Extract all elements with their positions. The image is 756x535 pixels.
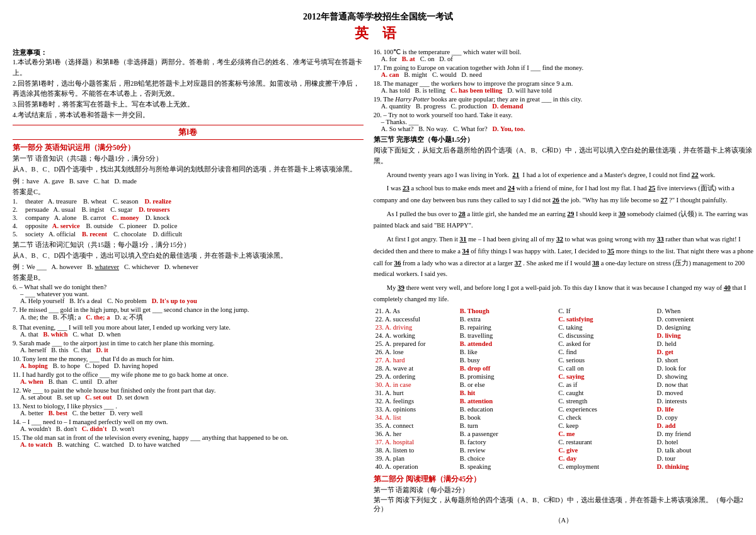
page: 2012年普通高等学校招生全国统一考试 英 语 注意事项： 1.本试卷分第Ⅰ卷（… bbox=[0, 0, 756, 531]
notice-item-2: 2.回答第Ⅰ卷时，选出每小题答案后，用2B铅笔把答题卡上对应题目的答案标号涂黑。… bbox=[13, 79, 364, 100]
para5: My 39 there went very well, and before l… bbox=[374, 282, 753, 305]
exam-title: 2012年普通高等学校招生全国统一考试 bbox=[13, 11, 743, 23]
section2-title: 第二节 语法和词汇知识（共15题；每小题1分，满分15分） bbox=[13, 241, 364, 250]
section3-header: 第三节 完形填空（每小题1.5分） bbox=[374, 135, 753, 144]
q5: 5. society A. official B. recent C. choc… bbox=[13, 231, 364, 238]
section2-instruction: 从A、B、C、D四个选项中，选出可以填入空白处的最佳选项，并在答题卡上将该项涂黑… bbox=[13, 251, 364, 262]
part2-sub1: 第一节 语篇阅读（每小题2分） bbox=[374, 486, 753, 495]
right-column: 16. 100℃ is the temperature ___ which wa… bbox=[374, 48, 753, 525]
juan1-divider: 第Ⅰ卷 bbox=[13, 125, 364, 140]
notice-item-1: 1.本试卷分第Ⅰ卷（选择题）和第Ⅱ卷（非选择题）两部分。答卷前，考生必须将自己的… bbox=[13, 57, 364, 79]
part2-sub2: 第一节 阅读下列短文，从每题所给的四个选项（A、B、C和D）中，选出最佳选项，并… bbox=[374, 496, 753, 514]
q19: 19. The Harry Potter books are quite pop… bbox=[374, 96, 753, 110]
q13: 13. Next to biology, I like physics ___ … bbox=[13, 403, 364, 417]
q16: 16. 100℃ is the temperature ___ which wa… bbox=[374, 48, 753, 62]
section2-example: 例：We ___ A. however B. whatever C. which… bbox=[13, 263, 364, 272]
part1-header: 第一部分 英语知识运用（满分50分） bbox=[13, 143, 364, 152]
notice-title: 注意事项： bbox=[13, 48, 364, 57]
part2-header: 第二部分 阅读理解（满分45分） bbox=[374, 475, 753, 484]
q14: 14. – I ___ need to – I managed perfectl… bbox=[13, 418, 364, 432]
answers-table: 21. A. As B. Though C. If D. When 22. A.… bbox=[374, 307, 753, 471]
para3: As I pulled the bus over to 28 a little … bbox=[374, 208, 753, 231]
q7: 7. He missed ___ gold in the high jump, … bbox=[13, 306, 364, 322]
q3: 3. company A. alone B. carrot C. money D… bbox=[13, 214, 364, 221]
q2: 2. persuade A. usual B. ingist C. sugar … bbox=[13, 206, 364, 213]
q9: 9. Sarah made ___ to the airport just in… bbox=[13, 340, 364, 354]
notice-section: 注意事项： 1.本试卷分第Ⅰ卷（选择题）和第Ⅱ卷（非选择题）两部分。答卷前，考生… bbox=[13, 48, 364, 121]
section1-instruction: 从A、B、C、D四个选项中，找出其划线部分与所给单词的划线部分读音相同的选项，并… bbox=[13, 164, 364, 175]
reading-marker: （A） bbox=[374, 516, 753, 525]
q15: 15. The old man sat in front of the tele… bbox=[13, 434, 364, 448]
q20: 20. – Try not to work yourself too hard.… bbox=[374, 112, 753, 132]
para1: Around twenty years ago I was living in … bbox=[374, 169, 753, 181]
left-column: 注意事项： 1.本试卷分第Ⅰ卷（选择题）和第Ⅱ卷（非选择题）两部分。答卷前，考生… bbox=[13, 48, 364, 525]
q8: 8. That evening, ___ I will tell you mor… bbox=[13, 324, 364, 338]
q1: 1. theater A. treasure B. wheat C. seaso… bbox=[13, 198, 364, 205]
para4: At first I got angry. Then it 31 me – I … bbox=[374, 233, 753, 280]
q11: 11. I had hardly got to the office ___ m… bbox=[13, 371, 364, 385]
notice-item-3: 3.回答第Ⅱ卷时，将答案写在答题卡上。写在本试卷上无效。 bbox=[13, 100, 364, 110]
section1-answer: 答案是C。 bbox=[13, 188, 364, 197]
section1-example: 例：have A. gave B. save C. hat D. made bbox=[13, 177, 364, 186]
notice-item-4: 4.考试结束后，将本试卷和答题卡一并交回。 bbox=[13, 110, 364, 121]
para2: I was 23 a school bus to make ends meet … bbox=[374, 182, 753, 206]
q12: 12. We ___ to paint the whole house but … bbox=[13, 387, 364, 401]
q17: 17. I'm going to Europe on vacation toge… bbox=[374, 64, 753, 78]
section2-answer: 答案是B。 bbox=[13, 273, 364, 282]
main-content: 注意事项： 1.本试卷分第Ⅰ卷（选择题）和第Ⅱ卷（非选择题）两部分。答卷前，考生… bbox=[13, 48, 743, 525]
q10: 10. Tony lent me the money, ___ that I'd… bbox=[13, 355, 364, 369]
section1-title: 第一节 语音知识（共5题；每小题1分，满分5分） bbox=[13, 154, 364, 163]
q4: 4. opposite A. service B. outside C. pio… bbox=[13, 222, 364, 229]
section3-instruction: 阅读下面短文，从短文后各题所给的四个选项（A、B、C和D）中，选出可以填入空白处… bbox=[374, 146, 753, 167]
header: 2012年普通高等学校招生全国统一考试 英 语 bbox=[13, 11, 743, 45]
exam-subject: 英 语 bbox=[13, 24, 743, 43]
q6: 6. – What shall we do tonight then? – __… bbox=[13, 284, 364, 304]
q18: 18. The manager ___ the workers how to i… bbox=[374, 80, 753, 94]
